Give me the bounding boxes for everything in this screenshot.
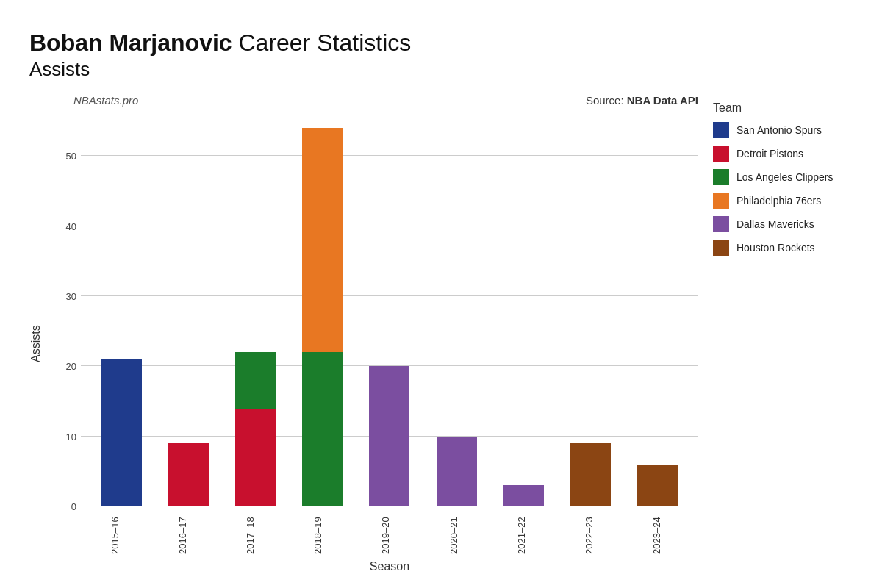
bar-group <box>490 485 557 506</box>
source-text: Source: NBA Data API <box>586 94 698 107</box>
bar-stack <box>235 352 276 506</box>
bar-segment <box>302 352 343 506</box>
source-label: Source: <box>586 94 627 107</box>
legend-color-box <box>713 193 729 209</box>
x-axis-season-label: 2016–17 <box>177 510 188 554</box>
grid-label: 10 <box>53 431 76 442</box>
bar-group <box>356 366 423 506</box>
legend-items: San Antonio Spurs Detroit Pistons Los An… <box>713 122 845 256</box>
bar-segment <box>235 352 276 408</box>
chart-left: NBAstats.pro Source: NBA Data API Assist… <box>29 94 698 573</box>
main-container: Boban Marjanovic Career Statistics Assis… <box>0 0 882 588</box>
x-label-wrap: 2018–19 <box>284 510 352 554</box>
legend-item-label: Philadelphia 76ers <box>736 195 821 207</box>
legend-item: Houston Rockets <box>713 240 845 256</box>
bar-segment <box>637 465 678 506</box>
bar-segment <box>235 409 276 507</box>
x-label-wrap: 2015–16 <box>81 510 148 554</box>
legend-title: Team <box>713 101 845 115</box>
legend-item-label: Los Angeles Clippers <box>736 171 833 183</box>
legend-color-box <box>713 146 729 162</box>
bar-stack <box>101 359 142 506</box>
bar-stack <box>570 443 611 506</box>
bar-group <box>557 443 624 506</box>
legend-item-label: Dallas Mavericks <box>736 218 814 230</box>
x-label-wrap: 2022–23 <box>556 510 623 554</box>
bar-group <box>88 359 155 506</box>
legend-item: San Antonio Spurs <box>713 122 845 138</box>
bar-group <box>289 128 356 506</box>
bar-segment <box>302 128 343 352</box>
x-label-wrap: 2023–24 <box>623 510 691 554</box>
nbastats-label: NBAstats.pro <box>74 94 138 107</box>
x-axis-season-label: 2018–19 <box>312 510 323 554</box>
bars-container <box>81 114 698 506</box>
bar-group <box>624 465 691 506</box>
x-axis-season-label: 2017–18 <box>245 510 256 554</box>
legend-item-label: Detroit Pistons <box>736 148 803 159</box>
x-label-wrap: 2016–17 <box>148 510 216 554</box>
legend-item: Detroit Pistons <box>713 146 845 162</box>
bar-segment <box>101 359 142 506</box>
x-label-wrap: 2021–22 <box>487 510 555 554</box>
grid-label: 0 <box>53 501 76 512</box>
bar-stack <box>302 128 343 506</box>
bar-stack <box>168 443 209 506</box>
legend-color-box <box>713 122 729 138</box>
grid-label: 30 <box>53 290 76 301</box>
subtitle: Assists <box>29 58 853 81</box>
chart-area: NBAstats.pro Source: NBA Data API Assist… <box>29 94 853 573</box>
legend-item-label: Houston Rockets <box>736 242 815 254</box>
bar-segment <box>437 437 477 506</box>
main-title: Boban Marjanovic Career Statistics <box>29 29 853 57</box>
bar-stack <box>503 485 544 506</box>
grid-label: 20 <box>53 361 76 372</box>
x-axis-season-label: 2020–21 <box>448 510 459 554</box>
title-area: Boban Marjanovic Career Statistics Assis… <box>29 29 853 81</box>
x-axis-season-label: 2015–16 <box>110 510 121 554</box>
source-api: NBA Data API <box>627 94 698 107</box>
bar-stack <box>637 465 678 506</box>
y-axis-label: Assists <box>29 114 51 573</box>
x-axis-season-label: 2021–22 <box>516 510 527 554</box>
x-label-wrap: 2019–20 <box>352 510 420 554</box>
bar-segment <box>168 443 209 506</box>
bar-segment <box>570 443 611 506</box>
x-axis-season-label: 2019–20 <box>380 510 391 554</box>
bar-segment <box>503 485 544 506</box>
x-axis-season-label: 2022–23 <box>584 510 595 554</box>
legend-color-box <box>713 240 729 256</box>
legend: Team San Antonio Spurs Detroit Pistons L… <box>698 94 853 573</box>
legend-item: Dallas Mavericks <box>713 216 845 232</box>
bar-stack <box>437 437 477 506</box>
bar-segment <box>369 366 409 506</box>
legend-item: Philadelphia 76ers <box>713 193 845 209</box>
bar-group <box>155 443 222 506</box>
x-axis-title: Season <box>51 560 698 573</box>
chart-with-yaxis: Assists 01020304050 2015–162016–172017–1… <box>29 114 698 573</box>
x-label-wrap: 2017–18 <box>216 510 284 554</box>
x-axis-labels: 2015–162016–172017–182018–192019–202020–… <box>51 510 698 554</box>
title-bold: Boban Marjanovic <box>29 29 232 56</box>
chart-plot: 01020304050 <box>51 114 698 506</box>
grid-label: 50 <box>53 151 76 162</box>
x-axis-season-label: 2023–24 <box>651 510 662 554</box>
legend-color-box <box>713 216 729 232</box>
x-label-wrap: 2020–21 <box>420 510 487 554</box>
bar-stack <box>369 366 409 506</box>
bar-group <box>423 437 490 506</box>
source-row: NBAstats.pro Source: NBA Data API <box>29 94 698 107</box>
legend-item-label: San Antonio Spurs <box>736 124 822 136</box>
bar-group <box>222 352 289 506</box>
chart-body: 01020304050 2015–162016–172017–182018–19… <box>51 114 698 573</box>
legend-color-box <box>713 169 729 185</box>
legend-item: Los Angeles Clippers <box>713 169 845 185</box>
title-normal: Career Statistics <box>232 29 412 56</box>
grid-label: 40 <box>53 220 76 232</box>
